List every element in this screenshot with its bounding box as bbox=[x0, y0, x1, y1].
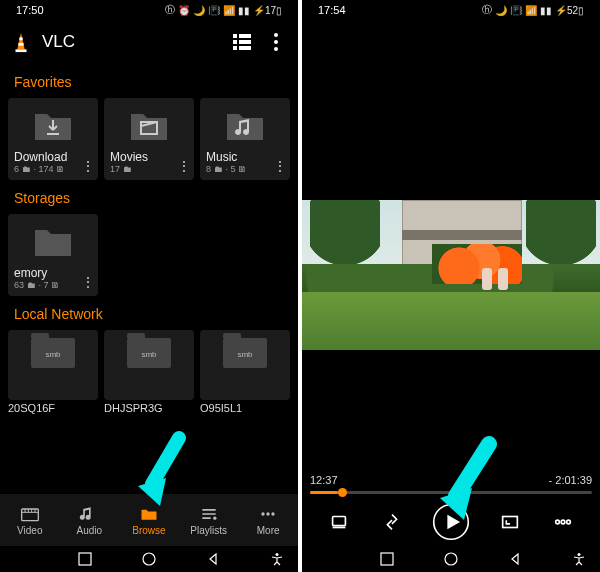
smb-label: DHJSPR3G bbox=[104, 402, 194, 414]
app-title: VLC bbox=[42, 32, 220, 52]
favorite-card-music[interactable]: Music 8 🖿 · 5 🗎 ⋮ bbox=[200, 98, 290, 180]
status-time: 17:50 bbox=[16, 4, 44, 16]
dnd-icon: 🌙 bbox=[193, 5, 205, 16]
video-frame bbox=[302, 200, 600, 350]
smb-tag: smb bbox=[141, 350, 156, 359]
seek-bar[interactable] bbox=[310, 491, 592, 494]
nav-label: More bbox=[257, 525, 280, 536]
storages-header: Storages bbox=[0, 180, 298, 214]
svg-rect-8 bbox=[233, 46, 237, 50]
status-icons: ⓗ 🌙 📳 📶 ▮▮ ⚡52▯ bbox=[482, 3, 584, 17]
svg-rect-4 bbox=[233, 34, 237, 38]
system-nav bbox=[0, 546, 298, 572]
scene-person bbox=[482, 268, 492, 290]
vlc-browse-screen: 17:50 ⓗ ⏰ 🌙 📳 📶 ▮▮ ⚡17▯ VLC Favorites bbox=[0, 0, 298, 572]
seek-fill bbox=[310, 491, 338, 494]
favorites-header: Favorites bbox=[0, 64, 298, 98]
recents-button[interactable] bbox=[380, 552, 394, 566]
scene-person bbox=[498, 268, 508, 290]
svg-rect-3 bbox=[18, 43, 23, 46]
overflow-menu-icon[interactable] bbox=[264, 30, 288, 54]
status-bar: 17:50 ⓗ ⏰ 🌙 📳 📶 ▮▮ ⚡17▯ bbox=[0, 0, 298, 20]
remaining-time: - 2:01:39 bbox=[549, 474, 592, 486]
smb-tag: smb bbox=[45, 350, 60, 359]
home-button[interactable] bbox=[444, 552, 458, 566]
smb-label: 20SQ16F bbox=[8, 402, 98, 414]
nav-more[interactable]: More bbox=[238, 494, 298, 546]
local-network-header: Local Network bbox=[0, 296, 298, 330]
lock-rotation-button[interactable] bbox=[323, 506, 355, 538]
elapsed-time: 12:37 bbox=[310, 474, 338, 486]
video-viewport[interactable] bbox=[302, 200, 600, 350]
storages-row: emory 63 🖿 · 7 🗎 ⋮ bbox=[0, 214, 298, 296]
svg-rect-26 bbox=[503, 517, 518, 528]
card-overflow-icon[interactable]: ⋮ bbox=[176, 158, 192, 174]
svg-rect-14 bbox=[21, 509, 38, 521]
card-overflow-icon[interactable]: ⋮ bbox=[272, 158, 288, 174]
svg-rect-30 bbox=[381, 553, 393, 565]
svg-point-10 bbox=[274, 33, 278, 37]
card-overflow-icon[interactable]: ⋮ bbox=[80, 158, 96, 174]
folder-music-icon bbox=[225, 108, 265, 142]
svg-rect-9 bbox=[239, 46, 251, 50]
nav-audio[interactable]: Audio bbox=[60, 494, 120, 546]
wifi-icon: 📶 bbox=[223, 5, 235, 16]
nav-label: Playlists bbox=[190, 525, 227, 536]
nav-browse[interactable]: Browse bbox=[119, 494, 179, 546]
accessibility-icon[interactable] bbox=[572, 552, 586, 566]
view-list-icon[interactable] bbox=[230, 30, 254, 54]
svg-point-16 bbox=[262, 512, 265, 515]
home-button[interactable] bbox=[142, 552, 156, 566]
svg-point-27 bbox=[556, 520, 560, 524]
wifi-icon: 📶 bbox=[525, 5, 537, 16]
player-controls bbox=[302, 498, 600, 546]
recents-button[interactable] bbox=[78, 552, 92, 566]
smb-card[interactable]: smb bbox=[104, 330, 194, 400]
folder-icon bbox=[33, 224, 73, 258]
repeat-button[interactable] bbox=[376, 506, 408, 538]
card-overflow-icon[interactable]: ⋮ bbox=[80, 274, 96, 290]
seek-thumb[interactable] bbox=[338, 488, 347, 497]
smb-tag: smb bbox=[237, 350, 252, 359]
back-button[interactable] bbox=[206, 552, 220, 566]
scene-lawn bbox=[302, 292, 600, 350]
dnd-icon: 🌙 bbox=[495, 5, 507, 16]
aspect-ratio-button[interactable] bbox=[494, 506, 526, 538]
favorite-card-download[interactable]: Download 6 🖿 · 174 🗎 ⋮ bbox=[8, 98, 98, 180]
svg-point-29 bbox=[567, 520, 571, 524]
smb-card[interactable]: smb bbox=[200, 330, 290, 400]
nav-label: Audio bbox=[77, 525, 103, 536]
folder-download-icon bbox=[33, 108, 73, 142]
status-bar: 17:54 ⓗ 🌙 📳 📶 ▮▮ ⚡52▯ bbox=[302, 0, 600, 20]
svg-point-28 bbox=[561, 520, 565, 524]
time-row: 12:37 - 2:01:39 bbox=[310, 474, 592, 486]
battery-icon: ⚡17▯ bbox=[253, 5, 282, 16]
app-bar: VLC bbox=[0, 20, 298, 64]
svg-point-17 bbox=[267, 512, 270, 515]
status-icons: ⓗ ⏰ 🌙 📳 📶 ▮▮ ⚡17▯ bbox=[165, 3, 282, 17]
accessibility-icon[interactable] bbox=[270, 552, 284, 566]
alarm-icon: ⏰ bbox=[178, 5, 190, 16]
smb-card[interactable]: smb bbox=[8, 330, 98, 400]
nav-video[interactable]: Video bbox=[0, 494, 60, 546]
nav-label: Video bbox=[17, 525, 42, 536]
vibrate-icon: 📳 bbox=[510, 5, 522, 16]
favorite-card-movies[interactable]: Movies 17 🖿 ⋮ bbox=[104, 98, 194, 180]
svg-point-11 bbox=[274, 40, 278, 44]
status-time: 17:54 bbox=[318, 4, 346, 16]
svg-rect-23 bbox=[333, 517, 346, 526]
folder-movies-icon bbox=[129, 108, 169, 142]
svg-rect-1 bbox=[16, 49, 27, 52]
svg-rect-19 bbox=[79, 553, 91, 565]
battery-icon: ⚡52▯ bbox=[555, 5, 584, 16]
nav-playlists[interactable]: Playlists bbox=[179, 494, 239, 546]
svg-marker-0 bbox=[17, 33, 24, 50]
play-button[interactable] bbox=[429, 500, 473, 544]
svg-rect-6 bbox=[233, 40, 237, 44]
local-network-row: smb smb smb bbox=[0, 330, 298, 400]
system-nav bbox=[302, 546, 600, 572]
more-options-button[interactable] bbox=[547, 506, 579, 538]
nav-label: Browse bbox=[132, 525, 165, 536]
back-button[interactable] bbox=[508, 552, 522, 566]
storage-card-memory[interactable]: emory 63 🖿 · 7 🗎 ⋮ bbox=[8, 214, 98, 296]
